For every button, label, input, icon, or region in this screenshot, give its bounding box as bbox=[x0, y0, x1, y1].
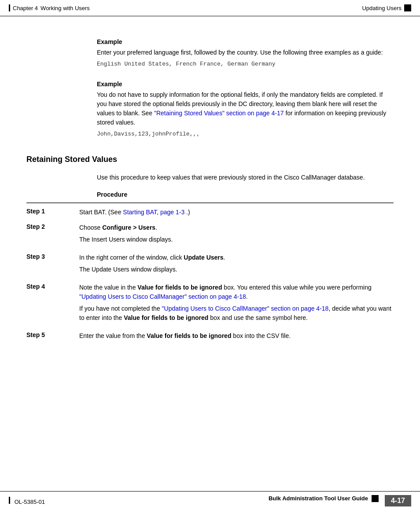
footer-left: OL-5385-01 bbox=[9, 497, 45, 505]
step-row-2: Step 2 Choose Configure > Users. The Ins… bbox=[26, 223, 394, 247]
step3-sub: The Update Users window displays. bbox=[79, 265, 394, 274]
header-left: Chapter 4 Working with Users bbox=[9, 4, 90, 11]
step2-label: Step 2 bbox=[26, 223, 79, 230]
example1-body: Enter your preferred language first, fol… bbox=[97, 48, 394, 57]
step5-content: Enter the value from the Value for field… bbox=[79, 331, 394, 341]
step4-bold1: Value for fields to be ignored bbox=[137, 284, 222, 291]
step4-link2[interactable]: "Updating Users to Cisco CallManager" se… bbox=[162, 305, 329, 312]
step4-label: Step 4 bbox=[26, 283, 79, 290]
example1-block: Example Enter your preferred language fi… bbox=[97, 38, 394, 67]
step4-text-mid1: box. You entered this value while you we… bbox=[222, 284, 371, 291]
doc-number: OL-5385-01 bbox=[15, 499, 45, 505]
step-row-4: Step 4 Note the value in the Value for f… bbox=[26, 283, 394, 325]
section-heading: Retaining Stored Values bbox=[26, 155, 394, 164]
example2-link1[interactable]: "Retaining Stored Values" section on pag… bbox=[154, 110, 284, 117]
step2-text-after: . bbox=[155, 224, 157, 231]
page-footer: OL-5385-01 Bulk Administration Tool User… bbox=[0, 491, 420, 510]
chapter-title: Working with Users bbox=[41, 5, 90, 11]
step4-text-end1: . bbox=[246, 293, 248, 300]
section-intro-block: Use this procedure to keep values that w… bbox=[97, 173, 394, 198]
step3-label: Step 3 bbox=[26, 253, 79, 260]
example1-code: English United States, French France, Ge… bbox=[97, 61, 394, 67]
step2-sub: The Insert Users window displays. bbox=[79, 235, 394, 244]
steps-container: Step 1 Start BAT. (See Starting BAT, pag… bbox=[26, 208, 394, 341]
step4-para1: Note the value in the Value for fields t… bbox=[79, 283, 394, 301]
page-number: 4-17 bbox=[385, 495, 411, 506]
step4-para2-before: If you have not completed the bbox=[79, 305, 162, 312]
step4-content: Note the value in the Value for fields t… bbox=[79, 283, 394, 325]
step5-bold: Value for fields to be ignored bbox=[147, 332, 231, 339]
step2-text-before: Choose bbox=[79, 224, 102, 231]
step3-bold: Update Users bbox=[184, 254, 223, 261]
step4-bold2: Value for fields to be ignored bbox=[124, 314, 208, 321]
chapter-label: Chapter 4 bbox=[13, 5, 38, 11]
step4-para2: If you have not completed the "Updating … bbox=[79, 304, 394, 323]
page-header: Chapter 4 Working with Users Updating Us… bbox=[0, 0, 420, 16]
step3-main: In the right corner of the window, click… bbox=[79, 253, 394, 262]
step2-bold: Configure > Users bbox=[102, 224, 155, 231]
step-row-3: Step 3 In the right corner of the window… bbox=[26, 253, 394, 277]
step3-text-before: In the right corner of the window, click bbox=[79, 254, 184, 261]
step1-label: Step 1 bbox=[26, 208, 79, 215]
guide-title: Bulk Administration Tool User Guide bbox=[269, 495, 368, 506]
example2-body: You do not have to supply information fo… bbox=[97, 90, 394, 127]
step5-label: Step 5 bbox=[26, 331, 79, 338]
step3-text-after: . bbox=[224, 254, 225, 261]
step1-content: Start BAT. (See Starting BAT, page 1-3 .… bbox=[79, 208, 394, 217]
step1-text-after: .) bbox=[186, 209, 190, 216]
example1-heading: Example bbox=[97, 38, 394, 45]
header-bar-left bbox=[9, 4, 10, 11]
step-row-1: Step 1 Start BAT. (See Starting BAT, pag… bbox=[26, 208, 394, 217]
step5-text-after: box into the CSV file. bbox=[231, 332, 291, 339]
step2-main: Choose Configure > Users. bbox=[79, 223, 394, 232]
section-title: Updating Users bbox=[362, 5, 402, 11]
step5-text-before: Enter the value from the bbox=[79, 332, 147, 339]
header-right: Updating Users bbox=[362, 4, 411, 11]
footer-bar-right bbox=[372, 495, 379, 502]
example2-code: John,Daviss,123,johnProfile,,, bbox=[97, 131, 394, 137]
step1-text: Start BAT. (See bbox=[79, 209, 123, 216]
example2-block: Example You do not have to supply inform… bbox=[97, 81, 394, 137]
example2-heading: Example bbox=[97, 81, 394, 88]
step3-content: In the right corner of the window, click… bbox=[79, 253, 394, 277]
footer-bar-left bbox=[9, 497, 10, 504]
footer-right: Bulk Administration Tool User Guide 4-17 bbox=[269, 495, 411, 506]
procedure-heading: Procedure bbox=[97, 191, 394, 198]
section-intro: Use this procedure to keep values that w… bbox=[97, 173, 394, 182]
step4-text-before: Note the value in the bbox=[79, 284, 137, 291]
step1-link[interactable]: Starting BAT, page 1-3 bbox=[123, 209, 184, 216]
header-bar-right bbox=[404, 4, 411, 11]
step4-link1[interactable]: "Updating Users to Cisco CallManager" se… bbox=[79, 293, 246, 300]
step4-para2-end: box and use the same symbol here. bbox=[208, 314, 308, 321]
main-content: Example Enter your preferred language fi… bbox=[0, 16, 420, 382]
step2-content: Choose Configure > Users. The Insert Use… bbox=[79, 223, 394, 247]
step-row-5: Step 5 Enter the value from the Value fo… bbox=[26, 331, 394, 341]
procedure-divider bbox=[26, 202, 394, 203]
